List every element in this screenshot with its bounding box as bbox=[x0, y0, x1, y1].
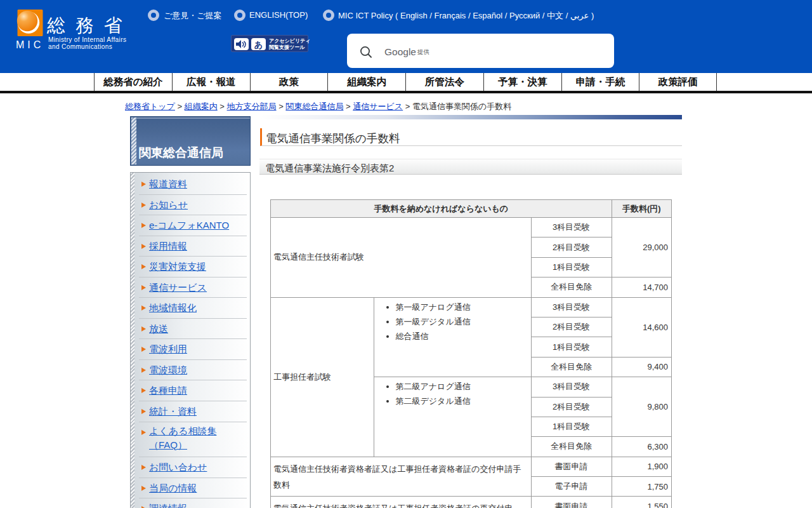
svg-text:あ: あ bbox=[254, 40, 263, 50]
